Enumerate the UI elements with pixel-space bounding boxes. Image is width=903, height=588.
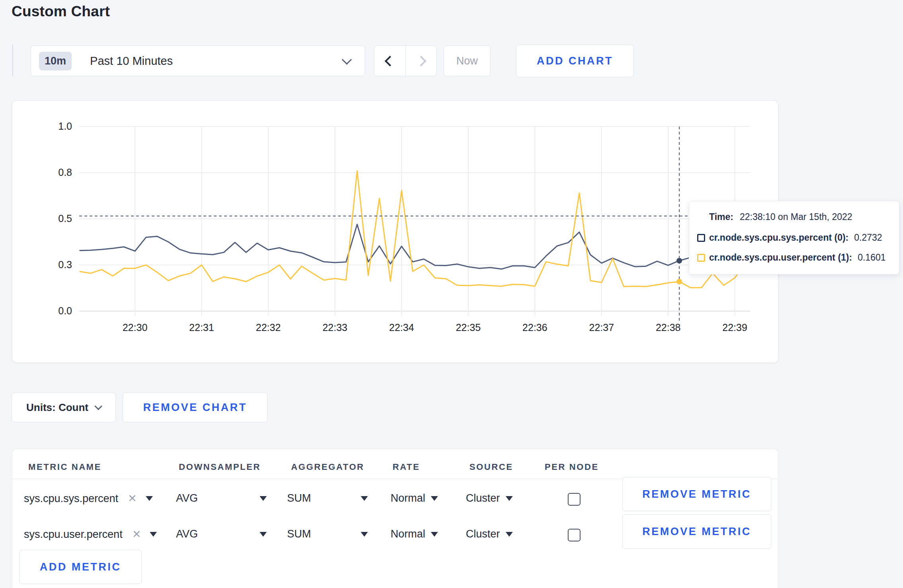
- tooltip-sys-value: 0.2732: [854, 232, 882, 243]
- tooltip-user-value: 0.1601: [858, 252, 885, 263]
- remove-metric-button[interactable]: REMOVE METRIC: [622, 477, 771, 511]
- caret-down-icon: [506, 496, 513, 501]
- chevron-down-icon: [94, 402, 102, 410]
- col-header-metric-name: METRIC NAME: [28, 462, 102, 472]
- time-range-label: Past 10 Minutes: [90, 55, 343, 68]
- metric-name-value: sys.cpu.user.percent: [24, 528, 123, 541]
- rate-select[interactable]: Normal: [391, 492, 438, 504]
- aggregator-value: SUM: [287, 528, 311, 540]
- series-line-user: [80, 171, 746, 288]
- units-dropdown[interactable]: Units: Count: [12, 392, 116, 423]
- y-axis-tick-label: 0.8: [36, 167, 72, 178]
- time-nav-group: [374, 45, 437, 76]
- rate-value: Normal: [391, 492, 425, 504]
- time-forward-button[interactable]: [405, 45, 437, 76]
- caret-down-icon: [506, 532, 513, 537]
- downsampler-select[interactable]: AVG: [176, 492, 267, 504]
- rate-value: Normal: [391, 528, 425, 540]
- remove-metric-button[interactable]: REMOVE METRIC: [622, 514, 771, 549]
- time-back-button[interactable]: [374, 45, 405, 76]
- add-metric-button[interactable]: ADD METRIC: [19, 550, 142, 584]
- y-axis-tick-label: 0.5: [36, 213, 72, 224]
- add-chart-button[interactable]: ADD CHART: [516, 45, 634, 77]
- rate-select[interactable]: Normal: [391, 528, 438, 540]
- caret-down-icon: [361, 532, 368, 537]
- y-axis-tick-label: 0.3: [36, 259, 72, 271]
- caret-down-icon: [260, 532, 267, 537]
- col-header-source: SOURCE: [469, 462, 513, 472]
- y-axis-tick-label: 0.0: [36, 305, 72, 317]
- x-axis-tick-label: 22:39: [715, 322, 755, 333]
- chart-card: 22:3022:3122:3222:3322:3422:3522:3622:37…: [12, 100, 778, 363]
- per-node-checkbox[interactable]: [568, 529, 580, 541]
- x-axis-tick-label: 22:36: [515, 322, 555, 333]
- clear-metric-icon[interactable]: ✕: [132, 528, 141, 541]
- source-value: Cluster: [466, 528, 500, 540]
- x-axis-tick-label: 22:35: [448, 322, 488, 333]
- caret-down-icon: [361, 496, 368, 501]
- add-metric-label: ADD METRIC: [40, 561, 121, 573]
- metric-name-dropdown[interactable]: sys.cpu.user.percent ✕: [24, 528, 157, 541]
- remove-metric-label: REMOVE METRIC: [642, 526, 751, 538]
- toolbar-divider: [12, 45, 13, 76]
- downsampler-value: AVG: [176, 492, 198, 504]
- chevron-down-icon: [342, 55, 352, 64]
- source-value: Cluster: [466, 492, 500, 504]
- col-header-downsampler: DOWNSAMPLER: [179, 462, 261, 472]
- series-sys-legend-icon: [697, 234, 705, 242]
- caret-down-icon: [431, 496, 438, 501]
- aggregator-value: SUM: [287, 492, 311, 504]
- downsampler-select[interactable]: AVG: [176, 528, 267, 540]
- source-select[interactable]: Cluster: [466, 492, 513, 504]
- crosshair-point: [676, 279, 682, 284]
- x-axis-tick-label: 22:34: [382, 322, 422, 333]
- col-header-aggregator: AGGREGATOR: [291, 462, 364, 472]
- caret-down-icon: [260, 496, 267, 501]
- per-node-checkbox[interactable]: [568, 493, 580, 506]
- chevron-left-icon: [385, 56, 395, 66]
- aggregator-select[interactable]: SUM: [287, 492, 368, 504]
- clear-metric-icon[interactable]: ✕: [128, 492, 137, 505]
- remove-chart-label: REMOVE CHART: [143, 401, 247, 414]
- chevron-right-icon: [416, 56, 426, 66]
- now-button-label: Now: [456, 55, 478, 67]
- crosshair-point: [676, 258, 682, 263]
- source-select[interactable]: Cluster: [466, 528, 513, 540]
- metric-name-value: sys.cpu.sys.percent: [24, 493, 118, 505]
- remove-metric-label: REMOVE METRIC: [642, 488, 751, 500]
- x-axis-tick-label: 22:31: [182, 322, 221, 333]
- tooltip-sys-name: cr.node.sys.cpu.sys.percent (0):: [709, 232, 848, 243]
- x-axis-tick-label: 22:32: [248, 322, 288, 333]
- aggregator-select[interactable]: SUM: [287, 528, 368, 540]
- caret-down-icon: [431, 532, 438, 537]
- units-label: Units: Count: [26, 401, 88, 414]
- series-user-legend-icon: [697, 254, 705, 262]
- x-axis-tick-label: 22:37: [582, 322, 622, 333]
- now-button[interactable]: Now: [444, 45, 491, 76]
- custom-chart-page: Custom Chart 10m Past 10 Minutes Now ADD…: [0, 0, 903, 588]
- chart-tooltip: Time: 22:38:10 on Mar 15th, 2022 cr.node…: [689, 201, 899, 275]
- x-axis-tick-label: 22:30: [115, 322, 155, 333]
- add-chart-label: ADD CHART: [537, 55, 613, 67]
- tooltip-time-label: Time:: [709, 212, 733, 222]
- series-line-sys: [80, 224, 746, 269]
- tooltip-user-name: cr.node.sys.cpu.user.percent (1):: [709, 252, 852, 263]
- page-title: Custom Chart: [12, 3, 110, 20]
- caret-down-icon: [146, 496, 153, 501]
- time-range-dropdown[interactable]: 10m Past 10 Minutes: [31, 45, 365, 76]
- time-range-badge: 10m: [39, 52, 72, 70]
- downsampler-value: AVG: [176, 528, 198, 540]
- tooltip-time-value: 22:38:10 on Mar 15th, 2022: [740, 212, 852, 222]
- y-axis-tick-label: 1.0: [36, 121, 72, 132]
- x-axis-tick-label: 22:38: [648, 322, 688, 333]
- metric-name-dropdown[interactable]: sys.cpu.sys.percent ✕: [24, 492, 153, 505]
- col-header-rate: RATE: [393, 462, 420, 472]
- caret-down-icon: [150, 532, 157, 537]
- col-header-per-node: PER NODE: [545, 462, 599, 472]
- x-axis-tick-label: 22:33: [315, 322, 355, 333]
- remove-chart-button[interactable]: REMOVE CHART: [123, 392, 268, 423]
